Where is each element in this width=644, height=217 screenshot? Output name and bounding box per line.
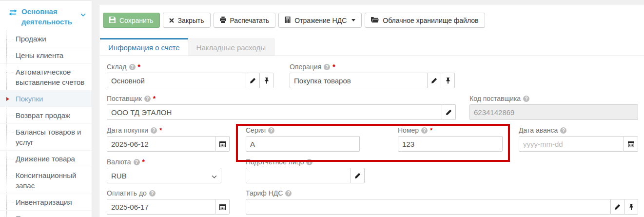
sidebar-item-sales-returns[interactable]: Возврат продаж bbox=[0, 107, 92, 124]
sidebar-item-consignment-stock[interactable]: Консигнационный запас bbox=[0, 167, 92, 194]
calendar-icon bbox=[628, 141, 634, 147]
help-icon[interactable] bbox=[523, 96, 529, 102]
invoice-form: Склад * Операция * bbox=[99, 4, 644, 217]
warehouse-input[interactable] bbox=[107, 73, 246, 88]
required-mark: * bbox=[159, 127, 162, 134]
accountable-person-field-group: Подотчетное лицо bbox=[246, 158, 365, 183]
required-mark: * bbox=[153, 95, 156, 102]
pin-button[interactable] bbox=[624, 199, 638, 215]
help-icon[interactable] bbox=[144, 96, 151, 102]
advance-date-input[interactable] bbox=[519, 136, 624, 152]
sidebar-group-label: Основная деятельность bbox=[21, 7, 72, 26]
calendar-button[interactable] bbox=[215, 136, 230, 152]
sidebar-item-revaluation[interactable]: Переоценка bbox=[0, 211, 92, 217]
pencil-icon bbox=[431, 78, 437, 84]
operation-field-group: Операция * bbox=[290, 63, 455, 88]
calendar-icon bbox=[219, 204, 226, 210]
pencil-icon bbox=[250, 78, 256, 84]
help-icon[interactable] bbox=[149, 190, 156, 197]
vat-rate-label: Тариф НДС bbox=[246, 190, 638, 197]
pencil-icon bbox=[614, 204, 621, 210]
vat-rate-field-group: Тариф НДС bbox=[246, 190, 638, 215]
pin-icon bbox=[264, 78, 269, 84]
supplier-code-label: Код поставщика bbox=[469, 95, 638, 102]
pay-until-label: Оплатить до bbox=[107, 190, 230, 197]
calendar-button[interactable] bbox=[215, 199, 230, 215]
required-mark: * bbox=[332, 63, 335, 71]
pin-button[interactable] bbox=[259, 73, 273, 88]
edit-button[interactable] bbox=[246, 73, 260, 88]
series-label: Серия bbox=[246, 127, 360, 134]
pencil-icon bbox=[446, 109, 452, 116]
edit-button[interactable] bbox=[427, 73, 441, 88]
warehouse-label: Склад * bbox=[107, 63, 273, 71]
pay-until-field-group: Оплатить до bbox=[107, 190, 230, 215]
supplier-input[interactable] bbox=[107, 104, 442, 120]
currency-value: RUB bbox=[111, 172, 127, 180]
series-field-group: Серия bbox=[246, 127, 360, 152]
sidebar-item-sales[interactable]: Продажи bbox=[0, 31, 92, 47]
sidebar-item-label: Покупки bbox=[16, 95, 43, 103]
sidebar-item-client-prices[interactable]: Цены клиента bbox=[0, 47, 92, 64]
help-icon[interactable] bbox=[129, 64, 136, 70]
required-mark: * bbox=[138, 63, 140, 71]
main-panel: Сохранить Закрыть Распечатать Отражение … bbox=[99, 4, 644, 217]
purchase-date-field-group: Дата покупки * bbox=[107, 127, 230, 152]
sidebar-item-goods-movement[interactable]: Движение товара bbox=[0, 151, 92, 167]
help-icon[interactable] bbox=[268, 127, 274, 134]
sidebar-item-inventory[interactable]: Инвентаризация bbox=[0, 194, 92, 211]
app-window: Основная деятельность Продажи Цены клиен… bbox=[0, 0, 644, 217]
pin-icon bbox=[446, 78, 450, 84]
calendar-icon bbox=[219, 141, 226, 147]
help-icon[interactable] bbox=[134, 159, 140, 165]
calendar-button[interactable] bbox=[624, 136, 638, 152]
caret-right-icon bbox=[6, 97, 9, 101]
advance-date-label: Дата аванса bbox=[519, 127, 638, 134]
number-input[interactable] bbox=[398, 136, 503, 152]
pencil-icon bbox=[354, 173, 361, 179]
vat-rate-input[interactable] bbox=[246, 199, 611, 215]
edit-button[interactable] bbox=[351, 168, 365, 183]
supplier-code-input bbox=[469, 104, 638, 120]
help-icon[interactable] bbox=[560, 127, 566, 134]
number-label: Номер * bbox=[398, 127, 503, 134]
help-icon[interactable] bbox=[285, 190, 292, 197]
sidebar-item-purchases[interactable]: Покупки bbox=[0, 91, 92, 107]
sidebar-item-goods-balances[interactable]: Балансы товаров и услуг bbox=[0, 124, 92, 151]
pay-until-input[interactable] bbox=[107, 199, 215, 215]
help-icon[interactable] bbox=[306, 159, 312, 165]
currency-label: Валюта * bbox=[107, 158, 221, 166]
edit-button[interactable] bbox=[442, 104, 456, 120]
supplier-label: Поставщик * bbox=[107, 95, 456, 102]
currency-select[interactable]: RUB bbox=[107, 168, 221, 183]
sidebar-menu: Продажи Цены клиента Автоматическое выст… bbox=[0, 31, 92, 217]
help-icon[interactable] bbox=[324, 64, 330, 70]
chevron-down-icon bbox=[212, 172, 217, 180]
help-icon[interactable] bbox=[151, 127, 157, 134]
pin-icon bbox=[629, 204, 634, 210]
chevron-down-icon bbox=[80, 9, 86, 19]
purchase-date-label: Дата покупки * bbox=[107, 127, 230, 134]
pin-button[interactable] bbox=[441, 73, 455, 88]
help-icon[interactable] bbox=[421, 127, 428, 134]
exchange-icon bbox=[9, 8, 17, 18]
sidebar: Основная деятельность Продажи Цены клиен… bbox=[0, 0, 92, 217]
purchase-date-input[interactable] bbox=[107, 136, 215, 152]
currency-field-group: Валюта * RUB bbox=[107, 158, 221, 183]
operation-input[interactable] bbox=[290, 73, 428, 88]
advance-date-field-group: Дата аванса bbox=[519, 127, 638, 152]
required-mark: * bbox=[430, 127, 432, 134]
required-mark: * bbox=[142, 158, 145, 166]
sidebar-group-main-activity[interactable]: Основная деятельность bbox=[0, 1, 92, 31]
accountable-person-input[interactable] bbox=[246, 168, 351, 183]
supplier-code-field-group: Код поставщика bbox=[469, 95, 638, 120]
operation-label: Операция * bbox=[290, 63, 455, 71]
edit-button[interactable] bbox=[610, 199, 624, 215]
accountable-person-label: Подотчетное лицо bbox=[246, 158, 365, 166]
warehouse-field-group: Склад * bbox=[107, 63, 273, 88]
series-input[interactable] bbox=[246, 136, 360, 152]
number-field-group: Номер * bbox=[398, 127, 503, 152]
sidebar-item-auto-invoicing[interactable]: Автоматическое выставление счетов bbox=[0, 64, 92, 91]
supplier-field-group: Поставщик * bbox=[107, 95, 456, 120]
